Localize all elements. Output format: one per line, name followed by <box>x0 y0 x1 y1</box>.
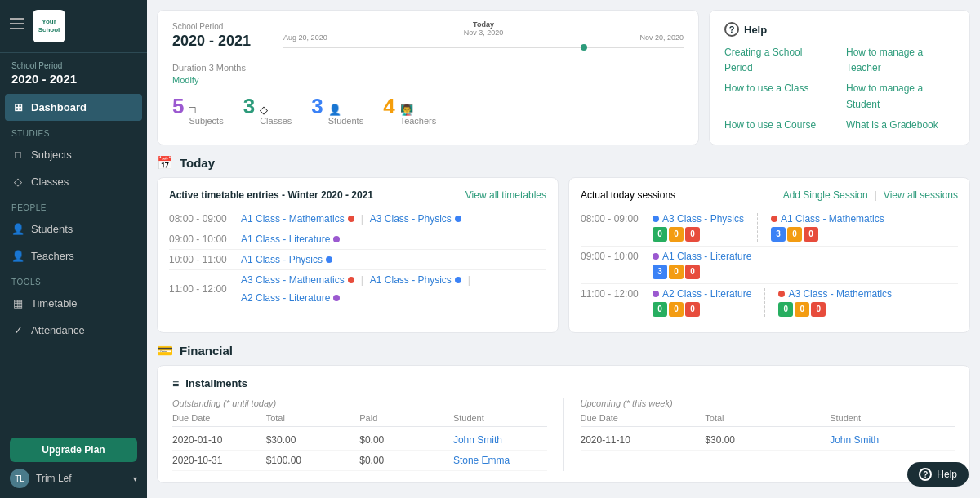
help-icon: ? <box>724 22 739 37</box>
badges-a1-math: 3 0 0 <box>771 227 884 242</box>
students-label: Students <box>328 116 363 126</box>
help-link-use-course[interactable]: How to use a Course <box>724 118 833 133</box>
badge-yellow-a3m: 0 <box>795 302 809 317</box>
session-a2-literature[interactable]: A2 Class - Literature <box>662 288 751 300</box>
help-link-manage-student[interactable]: How to manage a Student <box>846 81 955 112</box>
financial-card: ≡ Installments Outstanding (* until toda… <box>157 365 970 483</box>
help-link-gradebook[interactable]: What is a Gradebook <box>846 118 955 133</box>
sidebar-header: YourSchool <box>0 0 147 53</box>
timetable-row-2: 09:00 - 10:00 A1 Class - Literature <box>169 229 546 250</box>
class-entries-1: A1 Class - Mathematics | A3 Class - Phys… <box>241 213 461 225</box>
today-section: 📅 Today Active timetable entries - Winte… <box>157 155 970 333</box>
session-a1-math[interactable]: A1 Class - Mathematics <box>781 213 884 225</box>
dot-red-2 <box>348 277 354 283</box>
sidebar-item-dashboard[interactable]: ⊞ Dashboard <box>5 94 142 121</box>
help-link-manage-teacher[interactable]: How to manage a Teacher <box>846 45 955 76</box>
session-a1-literature[interactable]: A1 Class - Literature <box>662 251 751 262</box>
sidebar-item-subjects[interactable]: □ Subjects <box>0 141 147 168</box>
school-period-value: 2020 - 2021 <box>0 72 147 94</box>
modify-link[interactable]: Modify <box>172 75 198 85</box>
class-a3-math[interactable]: A3 Class - Mathematics <box>241 274 345 286</box>
class-a2-literature[interactable]: A2 Class - Literature <box>241 292 330 304</box>
class-a1-literature[interactable]: A1 Class - Literature <box>241 233 330 245</box>
badges-a3-physics: 0 0 0 <box>653 227 744 242</box>
stats-row: 5 □ Subjects 3 ◇ Classes 3 👤 <box>172 94 684 126</box>
class-a1-physics-2[interactable]: A1 Class - Physics <box>370 274 452 286</box>
help-link-use-class[interactable]: How to use a Class <box>724 81 833 112</box>
dot-purple-2 <box>333 295 340 301</box>
period-card: School Period 2020 - 2021 Today Nov 3, 2… <box>157 10 699 145</box>
session-a3-physics[interactable]: A3 Class - Physics <box>662 213 744 225</box>
session-a3-math[interactable]: A3 Class - Mathematics <box>788 288 892 300</box>
sessions-header: Actual today sessions Add Single Session… <box>581 189 958 201</box>
period-card-title: School Period <box>172 22 251 31</box>
stat-subjects: 5 □ Subjects <box>172 94 224 126</box>
students-stat-icon: 👤 <box>328 104 363 116</box>
classes-icon: ◇ <box>11 176 24 188</box>
sidebar-item-students[interactable]: 👤 Students <box>0 216 147 242</box>
session-dot-red-a3 <box>778 291 785 297</box>
calendar-icon: 📅 <box>157 155 173 171</box>
sidebar-item-timetable[interactable]: ▦ Timetable <box>0 290 147 317</box>
chevron-down-icon: ▾ <box>133 474 137 483</box>
outstanding-col: Outstanding (* until today) Due Date Tot… <box>172 398 547 471</box>
view-all-sessions-link[interactable]: View all sessions <box>884 189 958 201</box>
period-card-dates: 2020 - 2021 <box>172 33 251 50</box>
session-dot-red <box>771 216 777 222</box>
financial-icon: 💳 <box>157 343 173 358</box>
stat-teachers: 4 👨‍🏫 Teachers <box>383 94 436 126</box>
badge-yellow-2: 0 <box>787 227 802 242</box>
timeline-start-label: Aug 20, 2020 <box>283 33 327 42</box>
help-card-title: ? Help <box>724 22 955 37</box>
user-row[interactable]: TL Trim Lef ▾ <box>10 462 137 488</box>
outstanding-table-header: Due Date Total Paid Student <box>172 413 547 427</box>
badge-red-a3m: 0 <box>811 302 826 317</box>
sessions-title: Actual today sessions <box>581 189 675 201</box>
students-icon: 👤 <box>11 223 24 235</box>
subjects-icon: □ <box>11 149 24 161</box>
school-period-label: School Period <box>0 53 147 72</box>
badge-yellow-a2: 0 <box>669 302 684 317</box>
class-a1-physics[interactable]: A1 Class - Physics <box>241 254 323 265</box>
dot-blue-3 <box>455 277 461 283</box>
view-all-timetables-link[interactable]: View all timetables <box>466 189 546 201</box>
sidebar-bottom: Upgrade Plan TL Trim Lef ▾ <box>0 428 147 498</box>
subjects-stat-icon: □ <box>189 104 223 116</box>
sidebar-item-attendance[interactable]: ✓ Attendance <box>0 317 147 344</box>
dot-purple <box>333 236 340 242</box>
school-logo[interactable]: YourSchool <box>33 10 65 42</box>
class-a1-math[interactable]: A1 Class - Mathematics <box>241 213 345 225</box>
badge-red-lit: 0 <box>685 265 700 279</box>
upgrade-button[interactable]: Upgrade Plan <box>10 438 137 462</box>
student-link-stone[interactable]: Stone Emma <box>453 455 547 466</box>
timeline-today-label: Today <box>464 20 504 29</box>
class-a3-physics[interactable]: A3 Class - Physics <box>370 213 452 225</box>
time-slot-1: 08:00 - 09:00 <box>169 213 234 225</box>
upcoming-col: Upcoming (* this week) Due Date Total St… <box>581 398 956 471</box>
teachers-icon: 👤 <box>11 250 24 262</box>
badge-red-a2: 0 <box>685 302 700 317</box>
installments-icon: ≡ <box>172 377 179 390</box>
sidebar-section-tools: Tools <box>0 269 147 290</box>
student-link-john[interactable]: John Smith <box>453 434 547 446</box>
sidebar-item-classes[interactable]: ◇ Classes <box>0 168 147 195</box>
timetable-row-3: 10:00 - 11:00 A1 Class - Physics <box>169 250 546 270</box>
financial-section: 💳 Financial ≡ Installments Outstanding (… <box>157 343 970 483</box>
upcoming-label: Upcoming (* this week) <box>581 398 956 408</box>
today-cards: Active timetable entries - Winter 2020 -… <box>157 177 970 333</box>
help-fab[interactable]: ? Help <box>907 462 969 487</box>
avatar: TL <box>10 469 29 488</box>
installments-grid: Outstanding (* until today) Due Date Tot… <box>172 398 955 471</box>
add-single-session-link[interactable]: Add Single Session <box>783 189 868 201</box>
dashboard-icon: ⊞ <box>11 101 24 113</box>
menu-icon[interactable] <box>10 18 26 34</box>
student-link-upcoming-john[interactable]: John Smith <box>830 434 955 446</box>
sidebar-item-teachers[interactable]: 👤 Teachers <box>0 242 147 269</box>
stat-students: 3 👤 Students <box>311 94 363 126</box>
help-fab-icon: ? <box>919 468 932 481</box>
classes-stat-icon: ◇ <box>260 104 292 116</box>
badges-a2-literature: 0 0 0 <box>653 302 751 317</box>
subjects-count: 5 <box>172 94 184 119</box>
help-card: ? Help Creating a School Period How to m… <box>709 10 970 145</box>
help-link-creating-period[interactable]: Creating a School Period <box>724 45 833 76</box>
